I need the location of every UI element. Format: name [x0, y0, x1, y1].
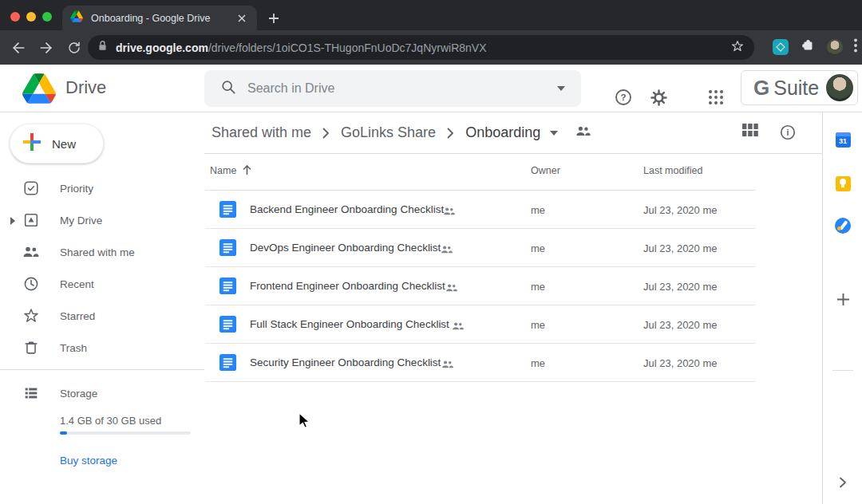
forward-button[interactable]: [36, 37, 57, 58]
calendar-icon[interactable]: 31: [833, 130, 852, 149]
file-name: Frontend Engineer Onboarding Checklist: [250, 280, 445, 292]
search-icon[interactable]: [220, 79, 236, 98]
table-row[interactable]: Full Stack Engineer Onboarding Checklist…: [205, 305, 755, 344]
shared-people-icon: [445, 282, 458, 296]
info-icon[interactable]: i: [779, 124, 797, 144]
sidebar-item-priority[interactable]: Priority: [0, 172, 192, 204]
file-owner: me: [531, 357, 545, 369]
drive-logo[interactable]: [22, 73, 56, 107]
bookmark-star-icon[interactable]: [730, 39, 745, 57]
tasks-icon[interactable]: [833, 216, 852, 235]
search-box[interactable]: [204, 70, 581, 107]
file-name: Full Stack Engineer Onboarding Checklist: [250, 318, 449, 330]
table-row[interactable]: DevOps Engineer Onboarding Checklist me …: [205, 229, 755, 267]
side-panel-rail: 31: [822, 112, 862, 504]
svg-text:?: ?: [620, 93, 626, 102]
shared-people-icon: [441, 243, 453, 258]
google-docs-icon: [219, 354, 236, 374]
google-apps-grid-icon[interactable]: [706, 88, 726, 107]
priority-icon: [22, 179, 41, 198]
file-modified: Jul 23, 2020 me: [643, 242, 718, 254]
sidebar-label: Shared with me: [60, 246, 135, 258]
help-icon[interactable]: ?: [614, 88, 633, 107]
settings-gear-icon[interactable]: [649, 88, 668, 107]
url-domain: drive.google.com: [116, 41, 208, 54]
sort-ascending-icon[interactable]: [242, 164, 252, 179]
table-row[interactable]: Backend Engineer Onboarding Checklist me…: [205, 191, 755, 229]
new-tab-button[interactable]: [265, 10, 283, 27]
starred-icon: [22, 306, 41, 325]
breadcrumb-onboarding[interactable]: Onboarding: [465, 124, 540, 141]
column-header-name[interactable]: Name: [210, 165, 236, 176]
table-header: Name Owner Last modified: [205, 154, 755, 191]
recent-icon: [22, 274, 41, 293]
gsuite-label: Suite: [773, 77, 826, 100]
reload-button[interactable]: [64, 37, 85, 58]
storage-usage-text: 1.4 GB of 30 GB used: [60, 415, 161, 427]
lock-icon: [97, 40, 108, 55]
column-header-owner[interactable]: Owner: [531, 165, 560, 176]
drive-header: Drive ?: [0, 65, 862, 112]
account-avatar[interactable]: [826, 74, 853, 101]
sidebar-item-trash[interactable]: Trash: [0, 332, 192, 364]
sidebar-item-storage[interactable]: Storage: [0, 377, 192, 409]
new-plus-icon: [22, 132, 42, 156]
table-row[interactable]: Security Engineer Onboarding Checklist m…: [205, 344, 755, 382]
table-row[interactable]: Frontend Engineer Onboarding Checklist m…: [205, 267, 755, 305]
storage-icon: [22, 384, 41, 403]
breadcrumb: Shared with me GoLinks Share Onboarding: [204, 112, 822, 154]
back-button[interactable]: [8, 37, 29, 58]
get-add-ons-plus-icon[interactable]: [833, 289, 852, 309]
zoom-window-button[interactable]: [42, 12, 52, 22]
file-name: Backend Engineer Onboarding Checklist: [250, 203, 444, 215]
file-owner: me: [531, 204, 545, 216]
breadcrumb-golinks-share[interactable]: GoLinks Share: [341, 124, 436, 141]
close-window-button[interactable]: [10, 12, 20, 22]
browser-tab-strip: Onboarding - Google Drive: [0, 0, 862, 30]
sidebar-item-starred[interactable]: Starred: [0, 300, 192, 332]
browser-profile-avatar[interactable]: [827, 39, 843, 55]
browser-toolbar: drive.google.com/drive/folders/1oiCO1S-T…: [0, 30, 862, 65]
shared-people-icon: [452, 320, 465, 334]
gsuite-g-logo: G: [753, 76, 769, 100]
breadcrumb-shared-with-me[interactable]: Shared with me: [212, 124, 311, 141]
grid-view-icon[interactable]: [742, 124, 758, 144]
sidebar-item-shared-with-me[interactable]: Shared with me: [0, 236, 192, 268]
drive-wordmark: Drive: [65, 77, 106, 98]
file-modified: Jul 23, 2020 me: [643, 204, 718, 216]
minimize-window-button[interactable]: [26, 12, 36, 22]
google-drive-window: Onboarding - Google Drive drive.google.c…: [0, 0, 862, 504]
file-owner: me: [531, 242, 545, 254]
file-owner: me: [531, 281, 545, 293]
expand-arrow-icon[interactable]: [10, 217, 15, 225]
sidebar-item-my-drive[interactable]: My Drive: [0, 204, 192, 236]
buy-storage-link[interactable]: Buy storage: [60, 455, 117, 467]
golinks-extension-icon[interactable]: [773, 39, 789, 55]
search-input[interactable]: [247, 81, 557, 96]
address-bar[interactable]: drive.google.com/drive/folders/1oiCO1S-T…: [88, 35, 754, 60]
file-list: Backend Engineer Onboarding Checklist me…: [205, 191, 755, 382]
folder-shared-icon: [575, 125, 591, 140]
extensions-puzzle-icon[interactable]: [800, 37, 816, 57]
hide-panel-chevron-icon[interactable]: [833, 473, 852, 492]
tab-close-icon[interactable]: [235, 11, 249, 26]
my-drive-icon: [22, 211, 41, 230]
sidebar-label: Starred: [60, 310, 95, 322]
search-options-caret-icon[interactable]: [557, 86, 565, 91]
gsuite-account-badge[interactable]: G Suite: [741, 70, 858, 105]
folder-menu-caret-icon[interactable]: [550, 131, 558, 136]
keep-icon[interactable]: [833, 174, 852, 193]
new-button[interactable]: New: [10, 124, 104, 163]
browser-tab[interactable]: Onboarding - Google Drive: [62, 6, 257, 30]
sidebar-item-recent[interactable]: Recent: [0, 268, 192, 300]
storage-label: Storage: [60, 388, 97, 400]
google-docs-icon: [219, 201, 236, 221]
sidebar-divider: [0, 369, 204, 370]
file-name: Security Engineer Onboarding Checklist: [250, 356, 441, 368]
browser-menu-icon[interactable]: [854, 38, 857, 56]
column-header-modified[interactable]: Last modified: [643, 165, 702, 176]
drive-favicon: [70, 10, 83, 26]
file-name: DevOps Engineer Onboarding Checklist: [250, 242, 441, 254]
trash-icon: [22, 338, 41, 357]
sidebar-label: Priority: [60, 183, 93, 195]
